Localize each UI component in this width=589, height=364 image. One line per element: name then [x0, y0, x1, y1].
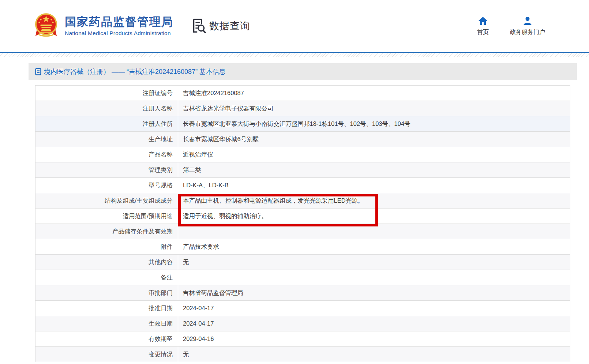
table-row: 生产地址长春市宽城区华侨城6号别墅 [35, 132, 570, 147]
table-row: 批准日期2024-04-17 [35, 301, 570, 316]
registration-table-wrap: 注册证编号吉械注准20242160087注册人名称吉林省龙达光学电子仪器有限公司… [35, 85, 570, 362]
data-query-label: 数据查询 [209, 19, 250, 33]
table-row: 有效期至2029-04-16 [35, 331, 570, 347]
registration-info-table: 注册证编号吉械注准20242160087注册人名称吉林省龙达光学电子仪器有限公司… [35, 85, 570, 362]
content-card: 境内医疗器械（注册） —— “吉械注准20242160087” 基本信息 注册证… [29, 63, 577, 362]
site-header: 国家药品监督管理局 National Medical Products Admi… [0, 0, 589, 52]
row-value: 本产品由主机、控制器和电源适配器组成，发光光源采用LED光源。 [178, 193, 570, 209]
org-name-en: National Medical Products Administration [65, 30, 173, 37]
row-value: 吉械注准20242160087 [178, 86, 570, 101]
row-label: 批准日期 [35, 301, 178, 316]
table-row: 备注 [35, 270, 570, 285]
row-label: 其他内容 [35, 255, 178, 270]
page-doc-icon [35, 68, 41, 75]
nav-item-portal[interactable]: 政务服务门户 [510, 16, 545, 36]
row-label: 结构及组成/主要组成成分 [35, 193, 178, 209]
row-label: 型号规格 [35, 178, 178, 193]
row-value: 吉林省龙达光学电子仪器有限公司 [178, 101, 570, 116]
site-logo[interactable]: 国家药品监督管理局 National Medical Products Admi… [35, 12, 173, 40]
row-value: 2024-04-17 [178, 316, 570, 331]
data-query-section[interactable]: 数据查询 [191, 18, 250, 34]
row-label: 附件 [35, 239, 178, 255]
row-value: LD-K-A、LD-K-B [178, 178, 570, 193]
card-title-bar: 境内医疗器械（注册） —— “吉械注准20242160087” 基本信息 [29, 63, 577, 80]
nav-label: 首页 [477, 29, 489, 36]
table-row: 管理类别第二类 [35, 162, 570, 178]
row-label: 生产地址 [35, 132, 178, 147]
org-names: 国家药品监督管理局 National Medical Products Admi… [65, 15, 173, 37]
row-value: 长春市宽城区北亚泰大街与小南街交汇万盛国邦18-1栋101号、102号、103号… [178, 116, 570, 132]
table-row: 生效日期2024-04-17 [35, 316, 570, 331]
nav-label: 政务服务门户 [510, 29, 545, 36]
org-name-cn: 国家药品监督管理局 [65, 15, 173, 29]
table-row: 结构及组成/主要组成成分本产品由主机、控制器和电源适配器组成，发光光源采用LED… [35, 193, 570, 209]
row-value: 第二类 [178, 162, 570, 178]
row-value [178, 224, 570, 239]
card-body: 注册证编号吉械注准20242160087注册人名称吉林省龙达光学电子仪器有限公司… [29, 80, 577, 362]
table-row: 注册证编号吉械注准20242160087 [35, 86, 570, 101]
row-label: 产品储存条件及有效期 [35, 224, 178, 239]
row-label: 生效日期 [35, 316, 178, 331]
row-label: 注册人住所 [35, 116, 178, 132]
table-row: 产品储存条件及有效期 [35, 224, 570, 239]
header-nav: 首页 政务服务门户 [477, 16, 545, 36]
row-value: 无 [178, 347, 570, 362]
table-row: 产品名称近视治疗仪 [35, 147, 570, 162]
nav-item-home[interactable]: 首页 [477, 16, 489, 36]
table-row: 其他内容无 [35, 255, 570, 270]
row-value: 2029-04-16 [178, 331, 570, 347]
home-icon [478, 16, 488, 26]
row-value: 2024-04-17 [178, 301, 570, 316]
row-label: 适用范围/预期用途 [35, 209, 178, 224]
row-label: 有效期至 [35, 331, 178, 347]
page-title: 境内医疗器械（注册） —— “吉械注准20242160087” 基本信息 [44, 67, 226, 76]
document-search-icon [191, 18, 207, 34]
table-row: 变更情况无 [35, 347, 570, 362]
hatch-divider [0, 53, 589, 57]
row-label: 注册证编号 [35, 86, 178, 101]
row-value: 近视治疗仪 [178, 147, 570, 162]
user-icon [523, 16, 532, 26]
table-row: 审批部门吉林省药品监督管理局 [35, 285, 570, 301]
table-row: 注册人住所长春市宽城区北亚泰大街与小南街交汇万盛国邦18-1栋101号、102号… [35, 116, 570, 132]
row-value: 长春市宽城区华侨城6号别墅 [178, 132, 570, 147]
row-value: 适用于近视、弱视的辅助治疗。 [178, 209, 570, 224]
table-row: 型号规格LD-K-A、LD-K-B [35, 178, 570, 193]
row-label: 产品名称 [35, 147, 178, 162]
row-label: 变更情况 [35, 347, 178, 362]
table-row: 附件产品技术要求 [35, 239, 570, 255]
info-table-body: 注册证编号吉械注准20242160087注册人名称吉林省龙达光学电子仪器有限公司… [35, 86, 570, 362]
row-value: 产品技术要求 [178, 239, 570, 255]
row-label: 注册人名称 [35, 101, 178, 116]
table-row: 适用范围/预期用途适用于近视、弱视的辅助治疗。 [35, 209, 570, 224]
table-row: 注册人名称吉林省龙达光学电子仪器有限公司 [35, 101, 570, 116]
row-value: 吉林省药品监督管理局 [178, 285, 570, 301]
national-emblem-icon [35, 12, 57, 40]
row-label: 备注 [35, 270, 178, 285]
row-value: 无 [178, 255, 570, 270]
row-value [178, 270, 570, 285]
row-label: 审批部门 [35, 285, 178, 301]
row-label: 管理类别 [35, 162, 178, 178]
